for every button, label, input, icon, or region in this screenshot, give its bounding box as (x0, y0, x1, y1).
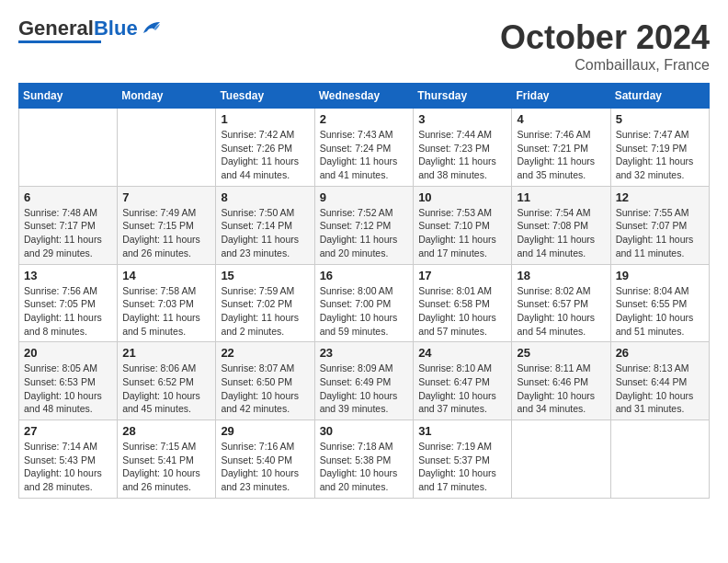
cell-info: Sunrise: 8:07 AMSunset: 6:50 PMDaylight:… (221, 362, 309, 416)
month-title: October 2024 (500, 18, 710, 57)
calendar-cell (610, 420, 709, 499)
cell-info: Sunrise: 8:10 AMSunset: 6:47 PMDaylight:… (418, 362, 506, 416)
cell-info: Sunrise: 7:53 AMSunset: 7:10 PMDaylight:… (418, 206, 506, 260)
cell-info: Sunrise: 8:06 AMSunset: 6:52 PMDaylight:… (122, 362, 210, 416)
calendar-cell: 10 Sunrise: 7:53 AMSunset: 7:10 PMDaylig… (414, 186, 512, 264)
cell-info: Sunrise: 7:43 AMSunset: 7:24 PMDaylight:… (320, 128, 409, 182)
calendar-cell: 7 Sunrise: 7:49 AMSunset: 7:15 PMDayligh… (118, 186, 216, 264)
day-number: 17 (418, 269, 506, 282)
day-number: 30 (320, 424, 409, 438)
weekday-header-monday: Monday (118, 84, 216, 109)
cell-info: Sunrise: 7:55 AMSunset: 7:07 PMDaylight:… (616, 206, 704, 260)
calendar-cell: 13 Sunrise: 7:56 AMSunset: 7:05 PMDaylig… (19, 264, 118, 342)
cell-info: Sunrise: 7:59 AMSunset: 7:02 PMDaylight:… (221, 284, 309, 339)
cell-info: Sunrise: 7:46 AMSunset: 7:21 PMDaylight:… (517, 128, 605, 182)
calendar-cell: 16 Sunrise: 8:00 AMSunset: 7:00 PMDaylig… (314, 264, 414, 342)
day-number: 13 (24, 269, 112, 282)
day-number: 28 (122, 424, 210, 438)
cell-info: Sunrise: 7:15 AMSunset: 5:41 PMDaylight:… (122, 440, 210, 494)
calendar-cell: 11 Sunrise: 7:54 AMSunset: 7:08 PMDaylig… (512, 186, 610, 264)
calendar-cell: 9 Sunrise: 7:52 AMSunset: 7:12 PMDayligh… (314, 186, 414, 264)
cell-info: Sunrise: 7:52 AMSunset: 7:12 PMDaylight:… (320, 206, 409, 260)
day-number: 8 (221, 190, 309, 204)
calendar-cell: 8 Sunrise: 7:50 AMSunset: 7:14 PMDayligh… (216, 186, 314, 264)
weekday-header-friday: Friday (512, 84, 610, 109)
calendar-cell: 14 Sunrise: 7:58 AMSunset: 7:03 PMDaylig… (118, 264, 216, 342)
cell-info: Sunrise: 7:50 AMSunset: 7:14 PMDaylight:… (221, 206, 309, 260)
day-number: 20 (24, 346, 112, 360)
weekday-header-saturday: Saturday (610, 84, 709, 109)
calendar-cell (512, 420, 610, 499)
cell-info: Sunrise: 8:13 AMSunset: 6:44 PMDaylight:… (616, 362, 704, 416)
day-number: 24 (418, 346, 506, 360)
logo-text: GeneralBlue (18, 18, 138, 39)
calendar-cell: 28 Sunrise: 7:15 AMSunset: 5:41 PMDaylig… (118, 420, 216, 499)
cell-info: Sunrise: 8:01 AMSunset: 6:58 PMDaylight:… (418, 284, 506, 339)
day-number: 12 (616, 190, 704, 204)
day-number: 31 (418, 424, 506, 438)
calendar-cell: 18 Sunrise: 8:02 AMSunset: 6:57 PMDaylig… (512, 264, 610, 342)
calendar-cell: 4 Sunrise: 7:46 AMSunset: 7:21 PMDayligh… (512, 109, 610, 187)
calendar-cell: 3 Sunrise: 7:44 AMSunset: 7:23 PMDayligh… (414, 109, 512, 187)
day-number: 21 (122, 346, 210, 360)
cell-info: Sunrise: 8:09 AMSunset: 6:49 PMDaylight:… (320, 362, 409, 416)
cell-info: Sunrise: 8:04 AMSunset: 6:55 PMDaylight:… (616, 284, 704, 339)
calendar-cell: 30 Sunrise: 7:18 AMSunset: 5:38 PMDaylig… (314, 420, 414, 499)
day-number: 1 (221, 112, 309, 126)
day-number: 4 (517, 112, 605, 126)
calendar-cell: 26 Sunrise: 8:13 AMSunset: 6:44 PMDaylig… (610, 342, 709, 420)
day-number: 11 (517, 190, 605, 204)
calendar-cell: 6 Sunrise: 7:48 AMSunset: 7:17 PMDayligh… (19, 186, 118, 264)
title-area: October 2024 Combaillaux, France (500, 18, 710, 74)
cell-info: Sunrise: 7:49 AMSunset: 7:15 PMDaylight:… (122, 206, 210, 260)
day-number: 26 (616, 346, 704, 360)
calendar-table: SundayMondayTuesdayWednesdayThursdayFrid… (18, 83, 710, 499)
cell-info: Sunrise: 7:16 AMSunset: 5:40 PMDaylight:… (221, 440, 309, 494)
day-number: 14 (122, 269, 210, 282)
calendar-cell (19, 109, 118, 187)
cell-info: Sunrise: 7:42 AMSunset: 7:26 PMDaylight:… (221, 128, 309, 182)
calendar-cell: 19 Sunrise: 8:04 AMSunset: 6:55 PMDaylig… (610, 264, 709, 342)
calendar-cell: 25 Sunrise: 8:11 AMSunset: 6:46 PMDaylig… (512, 342, 610, 420)
weekday-header-tuesday: Tuesday (216, 84, 314, 109)
calendar-cell: 29 Sunrise: 7:16 AMSunset: 5:40 PMDaylig… (216, 420, 314, 499)
calendar-cell: 24 Sunrise: 8:10 AMSunset: 6:47 PMDaylig… (414, 342, 512, 420)
day-number: 22 (221, 346, 309, 360)
day-number: 2 (320, 112, 409, 126)
calendar-cell: 31 Sunrise: 7:19 AMSunset: 5:37 PMDaylig… (414, 420, 512, 499)
calendar-cell (118, 109, 216, 187)
calendar-cell: 27 Sunrise: 7:14 AMSunset: 5:43 PMDaylig… (19, 420, 118, 499)
day-number: 19 (616, 269, 704, 282)
calendar-header-row: SundayMondayTuesdayWednesdayThursdayFrid… (19, 84, 710, 109)
cell-info: Sunrise: 7:19 AMSunset: 5:37 PMDaylight:… (418, 440, 506, 494)
cell-info: Sunrise: 7:58 AMSunset: 7:03 PMDaylight:… (122, 284, 210, 339)
calendar-cell: 22 Sunrise: 8:07 AMSunset: 6:50 PMDaylig… (216, 342, 314, 420)
calendar-cell: 21 Sunrise: 8:06 AMSunset: 6:52 PMDaylig… (118, 342, 216, 420)
day-number: 23 (320, 346, 409, 360)
calendar-week-4: 20 Sunrise: 8:05 AMSunset: 6:53 PMDaylig… (19, 342, 710, 420)
cell-info: Sunrise: 7:56 AMSunset: 7:05 PMDaylight:… (24, 284, 112, 339)
day-number: 15 (221, 269, 309, 282)
day-number: 25 (517, 346, 605, 360)
calendar-week-5: 27 Sunrise: 7:14 AMSunset: 5:43 PMDaylig… (19, 420, 710, 499)
day-number: 5 (616, 112, 704, 126)
logo: GeneralBlue (18, 18, 162, 43)
cell-info: Sunrise: 8:05 AMSunset: 6:53 PMDaylight:… (24, 362, 112, 416)
calendar-cell: 15 Sunrise: 7:59 AMSunset: 7:02 PMDaylig… (216, 264, 314, 342)
cell-info: Sunrise: 8:02 AMSunset: 6:57 PMDaylight:… (517, 284, 605, 339)
day-number: 9 (320, 190, 409, 204)
cell-info: Sunrise: 7:48 AMSunset: 7:17 PMDaylight:… (24, 206, 112, 260)
day-number: 3 (418, 112, 506, 126)
weekday-header-sunday: Sunday (19, 84, 118, 109)
logo-bird-icon (142, 20, 162, 37)
cell-info: Sunrise: 7:18 AMSunset: 5:38 PMDaylight:… (320, 440, 409, 494)
cell-info: Sunrise: 8:11 AMSunset: 6:46 PMDaylight:… (517, 362, 605, 416)
calendar-cell: 12 Sunrise: 7:55 AMSunset: 7:07 PMDaylig… (610, 186, 709, 264)
day-number: 10 (418, 190, 506, 204)
calendar-week-1: 1 Sunrise: 7:42 AMSunset: 7:26 PMDayligh… (19, 109, 710, 187)
calendar-cell: 2 Sunrise: 7:43 AMSunset: 7:24 PMDayligh… (314, 109, 414, 187)
day-number: 29 (221, 424, 309, 438)
location-label: Combaillaux, France (500, 57, 710, 74)
cell-info: Sunrise: 7:44 AMSunset: 7:23 PMDaylight:… (418, 128, 506, 182)
day-number: 18 (517, 269, 605, 282)
